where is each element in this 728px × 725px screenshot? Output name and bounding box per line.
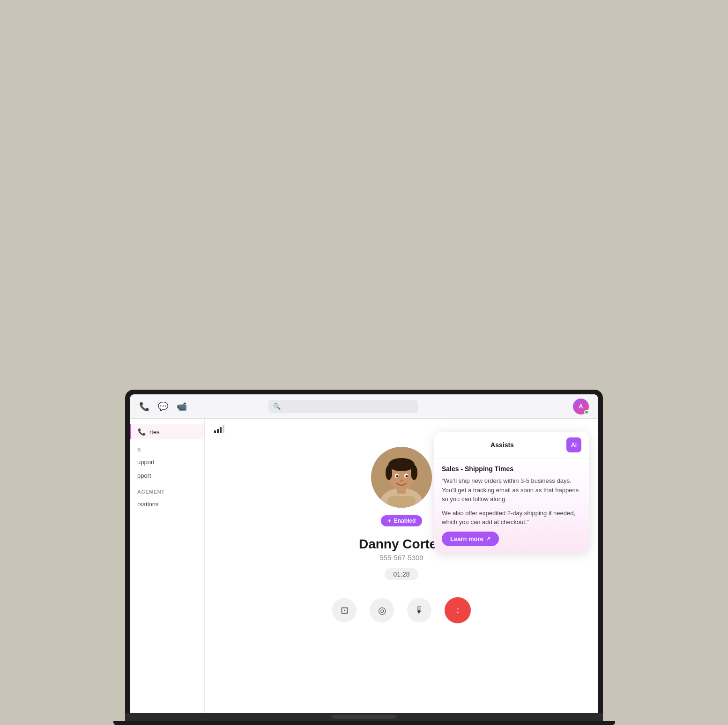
camera-icon: ◎ — [378, 605, 386, 616]
screen-bezel: 📞 💬 📹 🔍 A 📞 — [125, 390, 603, 713]
laptop-notch — [331, 715, 397, 719]
assists-tab[interactable]: Assists — [442, 441, 563, 449]
svg-point-11 — [400, 480, 403, 481]
screen-share-button[interactable]: ⊡ — [332, 598, 357, 622]
call-controls: ⊡ ◎ 🎙 ↔ — [332, 597, 471, 623]
camera-button[interactable]: ◎ — [370, 598, 394, 622]
caller-name: Danny Cortes — [359, 537, 444, 552]
laptop: 📞 💬 📹 🔍 A 📞 — [125, 390, 603, 725]
mic-icon: 🎙 — [415, 605, 424, 616]
end-call-icon: ↔ — [453, 606, 463, 614]
learn-more-button[interactable]: Learn more ↗ — [442, 532, 499, 546]
avatar[interactable]: A — [573, 399, 589, 414]
sidebar-section-1: s — [130, 440, 204, 455]
mic-button[interactable]: 🎙 — [407, 598, 431, 622]
sidebar-link-support[interactable]: upport — [130, 455, 204, 469]
chat-icon[interactable]: 💬 — [158, 401, 168, 412]
svg-point-10 — [406, 475, 408, 478]
svg-point-6 — [411, 465, 417, 480]
sidebar: 📞 rtes s upport pport a — [130, 419, 205, 713]
laptop-screen: 📞 💬 📹 🔍 A 📞 — [130, 394, 598, 713]
laptop-bottom — [113, 721, 615, 725]
caller-avatar — [371, 447, 432, 508]
app-topbar: 📞 💬 📹 🔍 A — [130, 394, 598, 419]
ai-enabled-icon: ✦ — [387, 518, 391, 524]
sidebar-active-label: rtes — [149, 429, 160, 436]
active-phone-icon: 📞 — [138, 428, 146, 436]
assists-body: Sales - Shipping Times “We’ll ship new o… — [434, 459, 589, 553]
caller-avatar-svg — [371, 447, 432, 508]
external-link-icon: ↗ — [486, 536, 490, 542]
search-bar[interactable]: 🔍 — [268, 400, 418, 413]
enabled-label: Enabled — [394, 518, 416, 524]
assist-text-2: We also offer expedited 2-day shipping i… — [442, 509, 581, 527]
svg-point-4 — [388, 458, 415, 471]
assists-header: Assists Ai — [434, 432, 589, 459]
bar-2 — [217, 429, 219, 433]
sidebar-link-rsations[interactable]: rsations — [130, 497, 204, 511]
bar-4 — [223, 425, 224, 433]
online-indicator — [584, 410, 589, 414]
assist-title: Sales - Shipping Times — [442, 465, 581, 473]
main-area: Assists Ai Sales - Shipping Times “We’ll… — [205, 419, 598, 713]
svg-point-5 — [386, 465, 392, 480]
sidebar-item-active[interactable]: 📞 rtes — [130, 424, 204, 439]
bar-3 — [220, 427, 222, 433]
ai-badge-label: Ai — [571, 442, 577, 448]
learn-more-label: Learn more — [450, 535, 483, 542]
sidebar-link-pport[interactable]: pport — [130, 469, 204, 482]
caller-phone: 555-567-5309 — [379, 554, 423, 562]
svg-rect-12 — [387, 496, 416, 508]
end-call-button[interactable]: ↔ — [445, 597, 471, 623]
laptop-base — [125, 713, 603, 721]
assist-text-1: “We’ll ship new orders within 3-5 busine… — [442, 476, 581, 504]
video-icon[interactable]: 📹 — [177, 401, 187, 412]
enabled-badge: ✦ Enabled — [381, 515, 423, 526]
search-icon: 🔍 — [273, 403, 281, 410]
app-body: 📞 rtes s upport pport a — [130, 419, 598, 713]
call-timer: 01:28 — [385, 568, 418, 580]
assists-card: Assists Ai Sales - Shipping Times “We’ll… — [434, 432, 589, 553]
ai-badge: Ai — [566, 437, 581, 452]
phone-icon[interactable]: 📞 — [139, 401, 149, 412]
sidebar-section-2: agement — [130, 482, 204, 497]
outer-background: 📞 💬 📹 🔍 A 📞 — [0, 0, 728, 725]
screen-share-icon: ⊡ — [341, 605, 349, 616]
signal-bars — [214, 425, 224, 433]
svg-point-9 — [396, 475, 399, 478]
bar-1 — [214, 430, 216, 433]
